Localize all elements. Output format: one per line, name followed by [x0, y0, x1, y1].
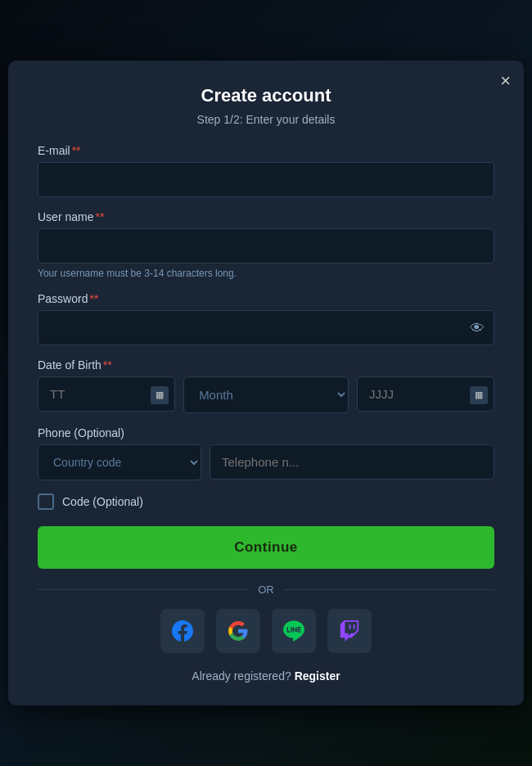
username-required-star: **	[95, 210, 104, 223]
username-input[interactable]	[38, 228, 494, 264]
dob-required-star: **	[103, 358, 112, 372]
username-hint: Your username must be 3-14 characters lo…	[38, 268, 494, 279]
already-registered-text: Already registered? Register	[38, 669, 494, 683]
close-button[interactable]: ×	[500, 72, 511, 90]
password-label: Password**	[38, 292, 494, 305]
modal-title: Create account	[38, 85, 494, 106]
dob-group: Date of Birth** ▦ Month January February…	[38, 358, 494, 413]
dob-row: ▦ Month January February March April May…	[38, 376, 494, 413]
create-account-modal: × Create account Step 1/2: Enter your de…	[8, 61, 524, 705]
calendar-day-icon[interactable]: ▦	[151, 386, 169, 404]
password-input[interactable]	[38, 310, 494, 345]
twitch-icon	[339, 620, 360, 642]
phone-label: Phone (Optional)	[38, 426, 494, 439]
or-line-right	[284, 589, 494, 590]
email-required-star: **	[72, 144, 81, 157]
dob-day-wrap: ▦	[38, 376, 175, 413]
password-required-star: **	[89, 292, 98, 305]
country-code-wrap: Country code +1 USA +44 UK +49 Germany +…	[38, 444, 201, 480]
code-checkbox[interactable]	[38, 493, 54, 510]
continue-button[interactable]: Continue	[38, 526, 494, 569]
password-group: Password** 👁	[38, 292, 494, 345]
country-code-select[interactable]: Country code +1 USA +44 UK +49 Germany +…	[38, 444, 201, 480]
telephone-input[interactable]	[210, 444, 494, 480]
facebook-button[interactable]	[160, 609, 205, 653]
dob-month-wrap: Month January February March April May J…	[183, 376, 349, 413]
calendar-year-icon[interactable]: ▦	[470, 386, 488, 404]
email-input[interactable]	[38, 162, 494, 197]
modal-subtitle: Step 1/2: Enter your details	[38, 113, 494, 126]
phone-group: Phone (Optional) Country code +1 USA +44…	[38, 426, 494, 480]
social-row	[38, 609, 494, 653]
dob-label: Date of Birth**	[38, 358, 494, 372]
code-label: Code (Optional)	[62, 495, 143, 508]
phone-row: Country code +1 USA +44 UK +49 Germany +…	[38, 444, 494, 480]
line-icon	[283, 620, 304, 642]
code-row: Code (Optional)	[38, 493, 494, 510]
facebook-icon	[172, 620, 193, 642]
register-link[interactable]: Register	[295, 669, 340, 683]
google-button[interactable]	[216, 609, 260, 653]
or-line-left	[38, 589, 248, 590]
password-wrapper: 👁	[38, 310, 494, 345]
username-group: User name** Your username must be 3-14 c…	[38, 210, 494, 279]
dob-year-wrap: ▦	[357, 376, 494, 413]
twitch-button[interactable]	[327, 609, 372, 653]
eye-icon[interactable]: 👁	[470, 319, 485, 336]
or-divider: OR	[38, 584, 494, 596]
email-group: E-mail**	[38, 144, 494, 197]
email-label: E-mail**	[38, 144, 494, 157]
google-icon	[228, 620, 249, 642]
or-text: OR	[258, 584, 274, 596]
username-label: User name**	[38, 210, 494, 223]
line-button[interactable]	[272, 609, 316, 653]
telephone-wrap	[210, 444, 494, 480]
dob-month-select[interactable]: Month January February March April May J…	[183, 376, 349, 413]
